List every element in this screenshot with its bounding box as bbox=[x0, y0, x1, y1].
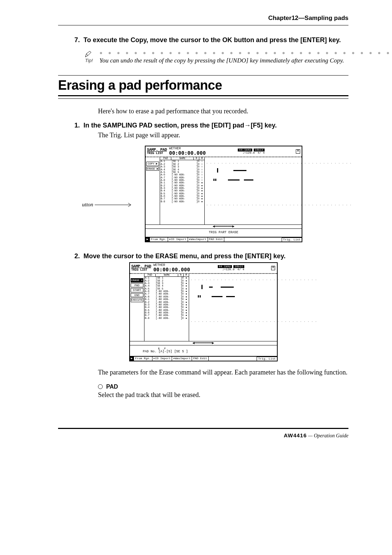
ss1-scroll[interactable]: ◀━━━━━━━━▶ bbox=[146, 224, 302, 228]
ss1-tab-triglist[interactable]: Trig. List bbox=[282, 238, 302, 242]
step1-title: In the SAMPLING PAD section, press the [… bbox=[83, 122, 348, 129]
ss1-marker: M bbox=[296, 149, 300, 153]
ss1-head-r: R bbox=[194, 157, 199, 160]
copy-menu[interactable]: COPY ▶ bbox=[146, 162, 159, 166]
erase-menu-open[interactable]: ERASE ▾ bbox=[131, 278, 144, 283]
footer-model: AW4416 bbox=[284, 432, 307, 438]
list-item[interactable]: B-8[-NO ASN-]O● bbox=[160, 200, 204, 203]
ss1-head-name: NAME bbox=[171, 157, 194, 160]
ss1-title2: TRIG LIST bbox=[147, 152, 167, 155]
step2-title: Move the cursor to the ERASE menu, and p… bbox=[83, 252, 348, 260]
ss2-sig: 4/ 4 bbox=[237, 268, 244, 271]
step2-number: 2. bbox=[58, 252, 80, 260]
step7-title: To execute the Copy, move the cursor to … bbox=[83, 36, 348, 44]
step-2: 2. Move the cursor to the ERASE menu, an… bbox=[58, 252, 348, 260]
ss1-head-pad: PAD bbox=[160, 157, 171, 160]
ss1-tempo: ♩=120.0 bbox=[242, 151, 255, 154]
screenshot-2: SAMP. PAD TRIG LIST WETHER 00:00:00.000 … bbox=[129, 262, 278, 361]
ss2-param: B P PAD No. [A]-[5] [SE 5 ] bbox=[130, 345, 277, 356]
bullet-icon bbox=[98, 384, 103, 389]
list-item[interactable]: B-8[-NO ASN-]O● bbox=[144, 317, 189, 320]
ss2-head-r: R bbox=[178, 274, 184, 276]
ss1-command: TRIG PART ERASE bbox=[146, 228, 302, 236]
step1-number: 1. bbox=[58, 122, 80, 129]
ss2-tab-icon[interactable]: ▶ bbox=[130, 357, 134, 361]
ss1-waveform: . . . . . . . . . . . . . . . . . . . . … bbox=[205, 157, 353, 224]
ss1-tab-padedit[interactable]: PAD Edit bbox=[208, 238, 224, 242]
pad-param[interactable]: PAD bbox=[131, 283, 144, 288]
ss1-sig: 4/ 4 bbox=[258, 151, 265, 154]
pad-label: PAD bbox=[106, 384, 118, 390]
button-caption: utton bbox=[82, 202, 93, 208]
step1-body: The Trig. List page will appear. bbox=[98, 131, 348, 139]
ss2-tempo: ♩=120.0 bbox=[222, 268, 234, 271]
step-7: 7. To execute the Copy, move the cursor … bbox=[58, 36, 348, 44]
ss2-marker: M bbox=[271, 266, 275, 270]
section-rule-top bbox=[58, 75, 348, 76]
ss2-tab-wavimport[interactable]: WavImport bbox=[172, 357, 192, 361]
ss2-tab-triglist[interactable]: Trig. List bbox=[257, 357, 277, 361]
erase-menu[interactable]: ERASE ▶ bbox=[146, 167, 159, 171]
ss1-time: 00:00:00.000 bbox=[169, 150, 206, 156]
end-param[interactable]: END bbox=[131, 293, 144, 297]
screenshot-1: SAMP. PAD TRIG LIST WETHER 00:00:00.000 … bbox=[145, 146, 302, 242]
footer-rule bbox=[58, 428, 348, 429]
chapter-rule bbox=[58, 25, 348, 25]
execute-button[interactable]: EXECUTE bbox=[131, 298, 144, 302]
tip-label: Tip! bbox=[85, 58, 93, 63]
ss2-footer: ▶ From Rgn. CD Import WavImport PAD Edit… bbox=[130, 356, 277, 361]
arrow-icon bbox=[93, 202, 133, 208]
ss2-head-pad: PAD bbox=[144, 274, 156, 276]
step7-number: 7. bbox=[58, 36, 80, 44]
chapter-label: Chapter12—Sampling pads bbox=[58, 15, 348, 22]
tip-block: Tip! ● ● ● ● ● ● ● ● ● ● ● ● ● ● ● ● ● ●… bbox=[83, 50, 348, 64]
ss1-tab-fromrgn[interactable]: From Rgn. bbox=[150, 238, 168, 242]
footer-guide: — Operation Guide bbox=[308, 433, 348, 438]
tip-text: You can undo the result of the copy by p… bbox=[99, 57, 392, 64]
ss2-title2: TRIG LIST bbox=[131, 268, 151, 272]
footer-text: AW4416 — Operation Guide bbox=[58, 432, 348, 439]
ss2-tab-padedit[interactable]: PAD Edit bbox=[192, 357, 208, 361]
pad-subheading: PAD bbox=[98, 383, 348, 390]
ss2-tab-fromrgn[interactable]: From Rgn. bbox=[134, 357, 152, 361]
ss2-waveform: . . . . . . . . . . . . . . . . . . . . … bbox=[189, 274, 318, 341]
ss2-scroll[interactable]: ◀━━━━━━━━▶ bbox=[130, 341, 277, 345]
section-rule-bottom bbox=[58, 98, 348, 99]
start-param[interactable]: START bbox=[131, 288, 144, 292]
pencil-icon bbox=[85, 50, 93, 58]
ss2-list: PAD NAME R M A-1[SE 1]O●A-2[SE 2]O●A-3[S… bbox=[144, 274, 189, 341]
ss2-head-name: NAME bbox=[156, 274, 178, 276]
ss1-head-m: M bbox=[199, 157, 204, 160]
section-rule-thick bbox=[58, 95, 348, 96]
section-title: Erasing a pad performance bbox=[58, 78, 348, 93]
ss2-tab-cdimport[interactable]: CD Import bbox=[152, 357, 172, 361]
ss2-time: 00:00:00.000 bbox=[153, 267, 190, 272]
step-1: 1. In the SAMPLING PAD section, press th… bbox=[58, 122, 348, 129]
pad-desc: Select the pad track that will be erased… bbox=[98, 391, 348, 399]
ss1-tab-icon[interactable]: ▶ bbox=[146, 238, 150, 242]
ss1-footer: ▶ From Rgn. CD Import WavImport PAD Edit… bbox=[146, 237, 302, 242]
intro-para: Here's how to erase a pad performance th… bbox=[98, 108, 348, 115]
tip-dots: ● ● ● ● ● ● ● ● ● ● ● ● ● ● ● ● ● ● ● ● … bbox=[99, 50, 392, 56]
step2-body: The parameters for the Erase command wil… bbox=[98, 369, 348, 376]
ss2-head-m: M bbox=[184, 274, 189, 276]
ss1-list: PAD NAME R M A-1[SE 1]O○A-2[SE 2]O○A-3[S… bbox=[160, 157, 205, 224]
ss1-tab-wavimport[interactable]: WavImport bbox=[188, 238, 208, 242]
ss1-tab-cdimport[interactable]: CD Import bbox=[168, 238, 188, 242]
